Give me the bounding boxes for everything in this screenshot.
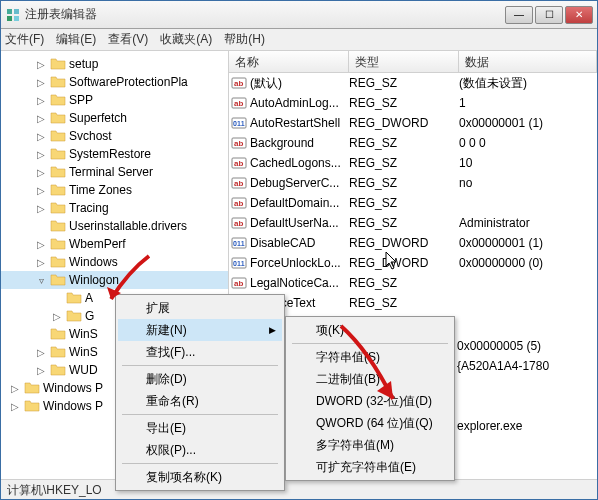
expand-icon[interactable]: ▷ (35, 239, 47, 250)
list-row[interactable]: abDebugServerC...REG_SZno (229, 173, 597, 193)
tree-item[interactable]: ▷WbemPerf (1, 235, 228, 253)
partial-value-data: explorer.exe (457, 419, 549, 439)
list-row[interactable]: 011AutoRestartShellREG_DWORD0x00000001 (… (229, 113, 597, 133)
ctx-expand[interactable]: 扩展 (118, 297, 282, 319)
column-type[interactable]: 类型 (349, 51, 459, 72)
expand-icon[interactable]: ▷ (35, 95, 47, 106)
expand-icon[interactable]: ▷ (35, 203, 47, 214)
ctx-permissions[interactable]: 权限(P)... (118, 439, 282, 461)
list-row[interactable]: abDefaultUserNa...REG_SZAdministrator (229, 213, 597, 233)
minimize-button[interactable]: — (505, 6, 533, 24)
ctx-copy-key-name[interactable]: 复制项名称(K) (118, 466, 282, 488)
submenu-arrow-icon: ▶ (269, 325, 276, 335)
ctx-new[interactable]: 新建(N)▶ (118, 319, 282, 341)
list-row[interactable]: 011ForceUnlockLo...REG_DWORD0x00000000 (… (229, 253, 597, 273)
ctx-new-item[interactable]: DWORD (32-位)值(D) (288, 390, 452, 412)
titlebar[interactable]: 注册表编辑器 — ☐ ✕ (1, 1, 597, 29)
value-name: DisableCAD (250, 236, 349, 250)
expand-icon[interactable]: ▷ (35, 185, 47, 196)
expand-icon[interactable]: ▷ (9, 383, 21, 394)
ctx-new-item[interactable]: QWORD (64 位)值(Q) (288, 412, 452, 434)
tree-item[interactable]: ▷SoftwareProtectionPla (1, 73, 228, 91)
expand-icon[interactable]: ▷ (35, 77, 47, 88)
tree-label: WUD (69, 363, 98, 377)
ctx-new-item[interactable]: 可扩充字符串值(E) (288, 456, 452, 478)
ctx-find[interactable]: 查找(F)... (118, 341, 282, 363)
tree-item[interactable]: ▷Terminal Server (1, 163, 228, 181)
tree-label: WinS (69, 327, 98, 341)
context-menu-new: 项(K)字符串值(S)二进制值(B)DWORD (32-位)值(D)QWORD … (285, 316, 455, 481)
expand-icon[interactable]: ▷ (51, 311, 63, 322)
ctx-new-item[interactable]: 项(K) (288, 319, 452, 341)
menu-favorites[interactable]: 收藏夹(A) (160, 31, 212, 48)
ctx-rename[interactable]: 重命名(R) (118, 390, 282, 412)
list-row[interactable]: abLegalNoticeCa...REG_SZ (229, 273, 597, 293)
tree-item[interactable]: ▷Superfetch (1, 109, 228, 127)
tree-label: Svchost (69, 129, 112, 143)
tree-label: Time Zones (69, 183, 132, 197)
value-type: REG_SZ (349, 216, 459, 230)
expand-icon[interactable]: ▷ (35, 167, 47, 178)
expand-icon[interactable]: ▷ (35, 365, 47, 376)
list-row[interactable]: abBackgroundREG_SZ0 0 0 (229, 133, 597, 153)
svg-text:ab: ab (234, 99, 243, 108)
column-data[interactable]: 数据 (459, 51, 597, 72)
svg-text:ab: ab (234, 279, 243, 288)
tree-label: Terminal Server (69, 165, 153, 179)
value-name: LegalNoticeCa... (250, 276, 349, 290)
ctx-delete[interactable]: 删除(D) (118, 368, 282, 390)
column-name[interactable]: 名称 (229, 51, 349, 72)
maximize-button[interactable]: ☐ (535, 6, 563, 24)
list-row[interactable]: abCachedLogons...REG_SZ10 (229, 153, 597, 173)
close-button[interactable]: ✕ (565, 6, 593, 24)
window-title: 注册表编辑器 (25, 6, 505, 23)
value-type: REG_DWORD (349, 256, 459, 270)
ctx-export[interactable]: 导出(E) (118, 417, 282, 439)
menu-help[interactable]: 帮助(H) (224, 31, 265, 48)
value-name: Background (250, 136, 349, 150)
tree-item[interactable]: ▿Winlogon (1, 271, 228, 289)
svg-text:011: 011 (233, 120, 245, 127)
expand-icon[interactable]: ▷ (35, 113, 47, 124)
list-row[interactable]: 011DisableCADREG_DWORD0x00000001 (1) (229, 233, 597, 253)
tree-item[interactable]: ▷Tracing (1, 199, 228, 217)
value-data: 0x00000001 (1) (459, 236, 597, 250)
ctx-new-item[interactable]: 二进制值(B) (288, 368, 452, 390)
expand-icon[interactable]: ▿ (35, 275, 47, 286)
expand-icon[interactable]: ▷ (35, 347, 47, 358)
menu-edit[interactable]: 编辑(E) (56, 31, 96, 48)
tree-item[interactable]: ▷setup (1, 55, 228, 73)
value-type: REG_SZ (349, 76, 459, 90)
menu-file[interactable]: 文件(F) (5, 31, 44, 48)
ctx-new-item[interactable]: 字符串值(S) (288, 346, 452, 368)
expand-icon[interactable]: ▷ (35, 149, 47, 160)
ctx-new-item[interactable]: 多字符串值(M) (288, 434, 452, 456)
separator (122, 365, 278, 366)
value-data: no (459, 176, 597, 190)
menu-view[interactable]: 查看(V) (108, 31, 148, 48)
tree-item[interactable]: ▷Time Zones (1, 181, 228, 199)
value-type: REG_SZ (349, 176, 459, 190)
partial-rows: 0x00000005 (5){A520A1A4-1780explorer.exe (457, 339, 549, 439)
list-row[interactable]: abDefaultDomain...REG_SZ (229, 193, 597, 213)
expand-icon[interactable]: ▷ (35, 59, 47, 70)
statusbar: 计算机\HKEY_LO (1, 479, 597, 499)
list-row[interactable]: abAutoAdminLog...REG_SZ1 (229, 93, 597, 113)
value-name: (默认) (250, 75, 349, 92)
value-type: REG_DWORD (349, 116, 459, 130)
expand-icon[interactable]: ▷ (35, 131, 47, 142)
tree-item[interactable]: Userinstallable.drivers (1, 217, 228, 235)
list-row[interactable]: ab(默认)REG_SZ(数值未设置) (229, 73, 597, 93)
tree-label: A (85, 291, 93, 305)
expand-icon[interactable]: ▷ (9, 401, 21, 412)
tree-item[interactable]: ▷Windows (1, 253, 228, 271)
tree-item[interactable]: ▷SPP (1, 91, 228, 109)
tree-item[interactable]: ▷SystemRestore (1, 145, 228, 163)
tree-item[interactable]: ▷Svchost (1, 127, 228, 145)
value-type: REG_SZ (349, 296, 459, 310)
expand-icon[interactable]: ▷ (35, 257, 47, 268)
svg-text:ab: ab (234, 179, 243, 188)
tree-label: Superfetch (69, 111, 127, 125)
tree-label: SoftwareProtectionPla (69, 75, 188, 89)
value-data: 0x00000001 (1) (459, 116, 597, 130)
